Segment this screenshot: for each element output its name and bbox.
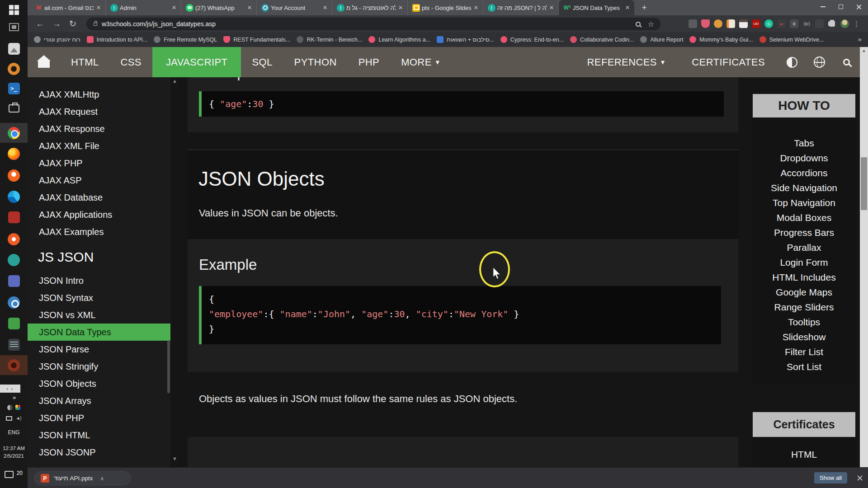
sidebar-item[interactable]: AJAX Response [28,120,170,137]
maximize-button[interactable] [832,0,850,14]
download-chevron-icon[interactable]: ∧ [100,475,104,482]
howto-link[interactable]: HTML Includes [753,270,855,285]
bookmarks-overflow-icon[interactable]: » [858,35,862,43]
nav-link[interactable]: SQL [241,47,283,77]
photos-app-icon[interactable] [0,39,28,59]
cookie-extension-icon[interactable] [714,19,722,28]
clock-time[interactable]: 12:37 AM [0,446,28,451]
address-bar[interactable]: w3schools.com/js/js_json_datatypes.asp ☆ [86,18,660,30]
browser-tab[interactable]: Admin ✕ [106,0,181,15]
sidebar-item[interactable]: JSON vs XML [28,306,170,324]
bookmark-item[interactable]: Collaborative Codin... [570,36,634,43]
bookmark-item[interactable]: Allure Report [640,36,683,43]
browser-tab[interactable]: JSON Data Types ✕ [559,0,634,15]
search-icon[interactable] [833,59,860,66]
home-nav-button[interactable] [28,47,60,77]
howto-link[interactable]: Accordions [753,165,855,180]
reload-button[interactable]: ↻ [69,19,76,29]
bookmark-item[interactable]: Mommy's Baby Gui... [689,36,753,43]
translate-globe-icon[interactable] [806,56,833,68]
firefox-app-icon[interactable] [0,144,28,164]
nav-link[interactable]: PYTHON [283,47,348,77]
sidebar-item[interactable]: JSON Intro [28,272,170,289]
profile-avatar[interactable] [840,19,849,28]
extensions-puzzle-icon[interactable] [828,19,836,28]
teal-app-icon[interactable] [0,250,28,270]
tab-close-icon[interactable]: ✕ [624,4,631,12]
back-button[interactable]: ← [36,19,44,29]
sidebar-item[interactable]: JSON Stringify [28,358,170,375]
shield-extension-icon[interactable] [701,19,710,28]
tray-app-icon[interactable] [15,405,20,410]
sidebar-item[interactable]: AJAX XMLHttp [28,86,170,103]
tab-close-icon[interactable]: ✕ [171,4,177,12]
howto-link[interactable]: Dropdowns [753,150,855,165]
howto-link[interactable]: Parallax [753,240,855,255]
terminal-app-icon[interactable]: >_ [0,79,28,99]
glasses-extension-icon[interactable]: ∞ [777,19,786,28]
sidebar-item[interactable]: AJAX XML File [28,137,170,155]
postman-app-icon[interactable] [0,229,28,249]
task-view-icon[interactable] [0,17,28,37]
howto-link[interactable]: Filter List [753,344,855,359]
bookmark-item[interactable]: Learn Algorithms a... [368,36,430,43]
sidebar-item[interactable]: AJAX Database [28,189,170,206]
tab-close-icon[interactable]: ✕ [322,4,328,12]
bookmark-item[interactable]: Introduction to API... [87,36,148,43]
gray-extension-icon[interactable] [815,19,824,28]
tab-close-icon[interactable]: ✕ [473,4,479,12]
show-all-button[interactable]: Show all [814,472,847,483]
store-app-icon[interactable] [0,99,28,118]
howto-link[interactable]: Login Form [753,255,855,270]
bookmark-item[interactable]: Selenium WebDrive... [760,36,824,43]
sidebar-item[interactable]: AJAX Applications [28,206,170,223]
notification-center[interactable]: 20 [5,470,23,482]
sidebar-item[interactable]: AJAX ASP [28,172,170,189]
bookmark-item[interactable]: Free Remote MySQL [154,36,217,43]
sidebar-item[interactable]: JSON HTML [28,427,170,444]
browser-tab[interactable]: מה זה JSON? | המכללה ל ✕ [483,0,559,15]
nav-link[interactable]: CSS [110,47,152,77]
howto-link[interactable]: Tabs [753,136,855,150]
notepad-app-icon[interactable] [0,335,28,355]
forward-button[interactable]: → [52,19,61,29]
bookmark-item[interactable]: רוח יהונתן וטורי [34,36,80,43]
bookmark-star-icon[interactable]: ☆ [648,20,654,28]
volume-icon[interactable]: ◄) [15,416,21,421]
sidebar-item[interactable]: AJAX Examples [28,223,170,240]
browser-menu-icon[interactable]: ⋮ [853,20,860,28]
card-extension-icon[interactable] [739,19,748,28]
bookmark-item[interactable]: סילבוס + השוואות... [437,36,494,43]
sidebar-item[interactable]: JSON Objects [28,375,170,392]
sidebar-item[interactable]: JSON Arrays [28,392,170,409]
howto-link[interactable]: Range Sliders [753,300,855,314]
anaconda-app-icon[interactable] [0,59,28,79]
hebrew-extension-icon[interactable]: (ש) [802,19,811,28]
browser-tab[interactable]: ail.com - Gmail דואר נכנס ✕ [30,0,106,15]
bookmark-item[interactable]: RK-Termin - Bereich... [297,36,362,43]
certificates-header[interactable]: Certificates [753,412,855,437]
nav-link[interactable]: HTML [60,47,110,77]
tab-close-icon[interactable]: ✕ [246,4,253,12]
chrome-app-icon[interactable] [0,123,28,143]
browser-tab[interactable]: Your Account ✕ [257,0,332,15]
taskbar-overflow-strip[interactable]: ‹ › [0,385,20,393]
tab-close-icon[interactable]: ✕ [95,4,102,12]
nav-references[interactable]: REFERENCES [574,56,679,68]
zoom-icon[interactable] [636,22,641,27]
edge-app-icon[interactable] [0,187,28,206]
browser-tab[interactable]: המכללה לאוטומציה - גל מ ✕ [332,0,408,15]
close-button[interactable] [850,0,868,14]
grammarly-extension-icon[interactable]: G [764,19,773,28]
nav-certificates[interactable]: CERTIFICATES [678,56,778,68]
browser-tab[interactable]: (27) WhatsApp ✕ [181,0,257,15]
howto-link[interactable]: Slideshow [753,329,855,344]
taskbar-more-icon[interactable]: » [13,394,16,401]
howto-link[interactable]: Side Navigation [753,180,855,195]
howto-link[interactable]: Modal Boxes [753,210,855,225]
howto-link[interactable]: Google Maps [753,285,855,300]
page-scrollbar[interactable]: ▲ [860,47,868,467]
sidebar-item[interactable]: JSON Syntax [28,289,170,306]
sidebar-item[interactable]: JSON Parse [28,341,170,358]
display-icon[interactable] [6,416,12,421]
